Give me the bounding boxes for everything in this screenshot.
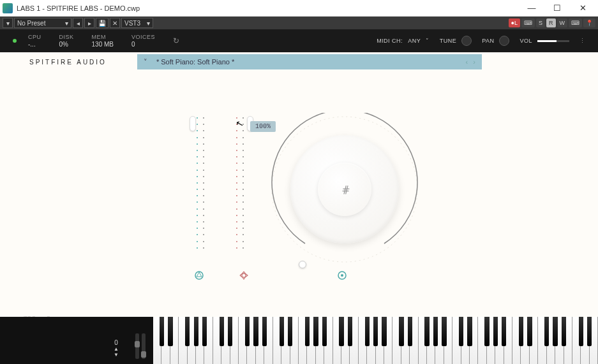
maximize-button[interactable]: ☐ xyxy=(544,0,570,17)
black-key[interactable] xyxy=(399,317,403,346)
stats-bar: CPU -... DISK 0% MEM 130 MB VOICES 0 ↻ M… xyxy=(0,29,598,52)
pan-knob[interactable] xyxy=(499,36,509,46)
patch-selector[interactable]: ˅ * Soft Piano: Soft Piano * ‹ › xyxy=(137,54,482,69)
tune-knob[interactable] xyxy=(461,36,472,46)
volume-slider[interactable] xyxy=(537,40,569,42)
voices-stat: VOICES 0 xyxy=(131,34,155,48)
plugin-main: ↖ 100% ⋕ xyxy=(0,71,598,317)
plugin-format-select[interactable]: VST3 ▾ xyxy=(121,18,153,28)
black-key[interactable] xyxy=(288,317,292,346)
octave-up-button[interactable]: ▲ xyxy=(114,346,119,352)
plugin-format-label: VST3 xyxy=(124,20,140,27)
black-key[interactable] xyxy=(424,317,429,346)
black-key[interactable] xyxy=(160,317,164,346)
status-dot xyxy=(13,39,17,43)
brand-label: SPITFIRE AUDIO xyxy=(29,59,107,66)
prev-preset-button[interactable]: ◂ xyxy=(73,18,83,28)
black-key[interactable] xyxy=(442,317,446,346)
minimize-button[interactable]: — xyxy=(519,0,544,17)
next-patch-button[interactable]: › xyxy=(473,58,475,66)
rec-badge[interactable]: ●L xyxy=(509,18,520,27)
mem-stat: MEM 130 MB xyxy=(92,34,114,48)
host-toolbar: ▾ No Preset ▾ ◂ ▸ 💾 ✕ VST3 ▾ ●L ⌨ S R W … xyxy=(0,17,598,29)
black-key[interactable] xyxy=(467,317,472,346)
expression-slider[interactable] xyxy=(191,116,207,250)
black-key[interactable] xyxy=(228,317,232,346)
midi-channel-select[interactable]: MIDI CH: ANY ˅ xyxy=(377,38,430,44)
knob-logo-icon: ⋕ xyxy=(341,184,349,196)
pan-label: PAN xyxy=(482,38,494,44)
reverb-knob[interactable]: ⋕ xyxy=(268,113,421,266)
chevron-down-icon: ▾ xyxy=(147,20,150,27)
black-key[interactable] xyxy=(168,317,172,346)
black-key[interactable] xyxy=(459,317,463,346)
refresh-icon[interactable]: ↻ xyxy=(173,36,179,45)
keyboard-icon[interactable]: ⌨ xyxy=(521,18,535,27)
knob-handle[interactable] xyxy=(299,261,306,268)
black-key[interactable] xyxy=(382,317,386,346)
black-key[interactable] xyxy=(544,317,549,346)
delete-preset-button[interactable]: ✕ xyxy=(110,18,120,28)
dynamics-icon[interactable] xyxy=(239,270,249,280)
black-key[interactable] xyxy=(185,317,190,346)
black-key[interactable] xyxy=(484,317,489,346)
piano-keyboard[interactable] xyxy=(153,317,598,364)
slider-scale-rose xyxy=(236,116,240,250)
pitch-wheel[interactable] xyxy=(135,333,139,359)
close-button[interactable]: ✕ xyxy=(570,0,595,17)
more-icon[interactable]: ⋮ xyxy=(579,38,585,44)
octave-down-button[interactable]: ▼ xyxy=(114,352,119,358)
patch-name: * Soft Piano: Soft Piano * xyxy=(156,58,466,66)
black-key[interactable] xyxy=(262,317,267,346)
tune-label: TUNE xyxy=(440,38,457,44)
dynamics-slider[interactable] xyxy=(236,116,251,250)
expression-icon[interactable] xyxy=(194,270,204,280)
black-key[interactable] xyxy=(579,317,583,346)
octave-value: 0 xyxy=(114,339,118,346)
svg-point-3 xyxy=(341,274,343,277)
disk-stat: DISK 0% xyxy=(59,34,74,48)
keyboard-strip: 0 ▲ ▼ xyxy=(0,317,598,364)
keyboard2-icon[interactable]: ⌨ xyxy=(569,18,582,27)
black-key[interactable] xyxy=(280,317,284,346)
black-key[interactable] xyxy=(202,317,207,346)
black-key[interactable] xyxy=(587,317,592,346)
black-key[interactable] xyxy=(348,317,352,346)
save-preset-button[interactable]: 💾 xyxy=(96,18,108,28)
black-key[interactable] xyxy=(502,317,506,346)
chevron-down-icon: ˅ xyxy=(144,58,147,66)
black-key[interactable] xyxy=(365,317,370,346)
black-key[interactable] xyxy=(339,317,343,346)
menu-button[interactable]: ▾ xyxy=(3,18,13,28)
black-key[interactable] xyxy=(519,317,523,346)
keyboard-controls: 0 ▲ ▼ xyxy=(0,317,153,364)
black-key[interactable] xyxy=(305,317,310,346)
black-key[interactable] xyxy=(553,317,557,346)
black-key[interactable] xyxy=(562,317,566,346)
reverb-icon[interactable] xyxy=(337,270,347,280)
black-key[interactable] xyxy=(322,317,327,346)
slider-scale-teal xyxy=(197,116,200,250)
w-badge[interactable]: W xyxy=(557,18,568,27)
s-badge[interactable]: S xyxy=(536,18,545,27)
black-key[interactable] xyxy=(245,317,250,346)
black-key[interactable] xyxy=(194,317,198,346)
black-key[interactable] xyxy=(313,317,318,346)
window-titlebar: LABS 1 - SPITFIRE LABS - DEMO.cwp — ☐ ✕ xyxy=(0,0,598,17)
black-key[interactable] xyxy=(253,317,258,346)
preset-select[interactable]: No Preset ▾ xyxy=(14,18,71,28)
black-key[interactable] xyxy=(493,317,498,346)
black-key[interactable] xyxy=(527,317,532,346)
black-key[interactable] xyxy=(433,317,438,346)
prev-patch-button[interactable]: ‹ xyxy=(466,58,468,66)
pin-icon[interactable]: 📍 xyxy=(583,18,595,27)
mod-wheel[interactable] xyxy=(142,333,146,359)
black-key[interactable] xyxy=(373,317,378,346)
next-preset-button[interactable]: ▸ xyxy=(84,18,94,28)
r-badge[interactable]: R xyxy=(546,18,556,27)
plugin-header: SPITFIRE AUDIO ˅ * Soft Piano: Soft Pian… xyxy=(0,52,598,71)
chevron-down-icon: ▾ xyxy=(65,20,68,27)
black-key[interactable] xyxy=(220,317,224,346)
black-key[interactable] xyxy=(408,317,412,346)
slider-scale-grey xyxy=(243,116,246,250)
